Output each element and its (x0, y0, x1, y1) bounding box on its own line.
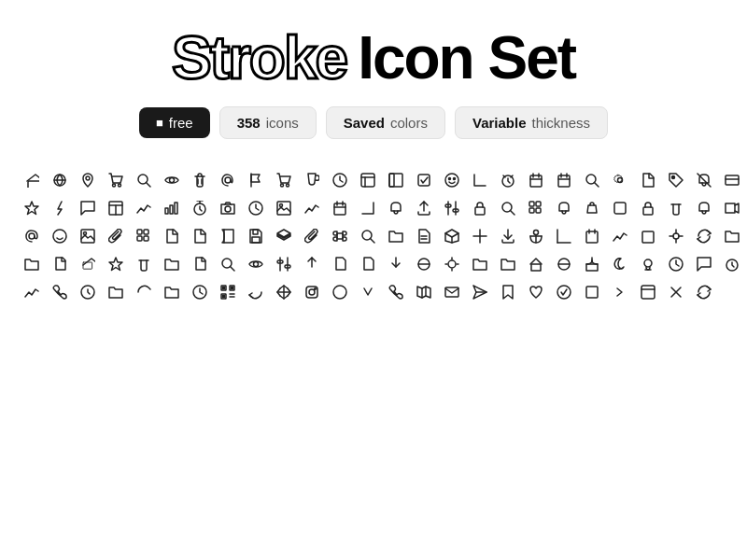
icon-cell-search3[interactable] (495, 195, 521, 221)
icon-cell-calendar[interactable] (551, 167, 577, 193)
icon-cell-star[interactable] (19, 195, 45, 221)
icon-cell-file4[interactable] (355, 251, 381, 277)
icon-cell-folder8[interactable] (159, 279, 185, 305)
icon-cell-star2[interactable] (103, 251, 129, 277)
icon-cell-globe3[interactable] (551, 251, 577, 277)
icon-cell-home[interactable] (19, 167, 45, 193)
icon-cell-sliders2[interactable] (271, 251, 297, 277)
icon-cell-paperclip[interactable] (299, 223, 325, 249)
icon-cell-upload[interactable] (411, 195, 437, 221)
icon-cell-image[interactable] (271, 195, 297, 221)
icon-cell-search4[interactable] (355, 223, 381, 249)
icon-cell-face2[interactable] (47, 223, 73, 249)
icon-cell-loop[interactable] (691, 223, 717, 249)
icon-cell-moon[interactable] (607, 251, 633, 277)
icon-cell-book[interactable] (215, 223, 241, 249)
icon-cell-camera[interactable] (215, 195, 241, 221)
icon-cell-sliders[interactable] (439, 195, 465, 221)
icon-cell-doc3[interactable] (187, 223, 213, 249)
icon-cell-cart[interactable] (103, 167, 129, 193)
icon-cell-instagram[interactable] (299, 279, 325, 305)
icon-cell-calendar4[interactable] (635, 223, 661, 249)
icon-cell-folder3[interactable] (19, 251, 45, 277)
icon-cell-square[interactable] (607, 195, 633, 221)
icon-cell-image2[interactable] (75, 223, 101, 249)
icon-cell-map[interactable] (411, 279, 437, 305)
icon-cell-folder6[interactable] (495, 251, 521, 277)
icon-cell-message[interactable] (75, 195, 101, 221)
icon-cell-folder5[interactable] (467, 251, 493, 277)
icon-cell-check-square[interactable] (411, 167, 437, 193)
icon-cell-square2[interactable] (579, 279, 605, 305)
icon-cell-video[interactable] (719, 195, 745, 221)
icon-cell-at2[interactable] (19, 223, 45, 249)
icon-cell-file2[interactable] (187, 251, 213, 277)
icon-cell-app[interactable] (355, 167, 381, 193)
icon-cell-corner[interactable] (467, 167, 493, 193)
icon-cell-grid[interactable] (523, 195, 549, 221)
icon-cell-phone[interactable] (47, 279, 73, 305)
icon-cell-eye2[interactable] (243, 251, 269, 277)
icon-cell-lock2[interactable] (635, 195, 661, 221)
icon-cell-heart[interactable] (523, 279, 549, 305)
icon-cell-alarm[interactable] (495, 167, 521, 193)
icon-cell-settings[interactable] (607, 167, 633, 193)
icon-cell-bell2[interactable] (551, 195, 577, 221)
icon-cell-settings2[interactable] (663, 223, 689, 249)
icon-cell-lock[interactable] (467, 195, 493, 221)
icon-cell-app2[interactable] (635, 279, 661, 305)
icon-cell-loop2[interactable] (131, 279, 157, 305)
icon-cell-chevron[interactable] (355, 279, 381, 305)
icon-cell-attachment[interactable] (103, 223, 129, 249)
icon-cell-download[interactable] (495, 223, 521, 249)
icon-cell-qr[interactable] (215, 279, 241, 305)
icon-cell-layers[interactable] (271, 223, 297, 249)
icon-cell-lightning[interactable] (47, 195, 73, 221)
icon-cell-save[interactable] (243, 223, 269, 249)
icon-cell-bulb[interactable] (635, 251, 661, 277)
icon-cell-at[interactable] (215, 167, 241, 193)
icon-cell-refresh2[interactable] (691, 279, 717, 305)
icon-cell-calendar3[interactable] (579, 223, 605, 249)
icon-cell-doc[interactable] (635, 167, 661, 193)
icon-cell-file[interactable] (47, 251, 73, 277)
icon-cell-bar-chart[interactable] (159, 195, 185, 221)
icon-cell-calendar-down[interactable] (523, 167, 549, 193)
icon-cell-refresh[interactable] (243, 279, 269, 305)
icon-cell-globe[interactable] (47, 167, 73, 193)
icon-cell-clock3[interactable] (663, 251, 689, 277)
icon-cell-cross[interactable] (467, 223, 493, 249)
icon-cell-bell[interactable] (383, 195, 409, 221)
icon-cell-bag[interactable] (579, 195, 605, 221)
icon-cell-search2[interactable] (579, 167, 605, 193)
icon-cell-mail[interactable] (439, 279, 465, 305)
icon-cell-timer[interactable] (187, 195, 213, 221)
icon-cell-phone2[interactable] (383, 279, 409, 305)
icon-cell-send[interactable] (467, 279, 493, 305)
icon-cell-doc2[interactable] (159, 223, 185, 249)
icon-cell-folder[interactable] (383, 223, 409, 249)
icon-cell-alarm2[interactable] (719, 251, 745, 277)
icon-cell-check-circle[interactable] (551, 279, 577, 305)
icon-cell-bookmark[interactable] (495, 279, 521, 305)
icon-cell-bell3[interactable] (691, 195, 717, 221)
icon-cell-folder4[interactable] (159, 251, 185, 277)
icon-cell-clock[interactable] (327, 167, 353, 193)
icon-cell-bell-off[interactable] (691, 167, 717, 193)
icon-cell-sun[interactable] (439, 251, 465, 277)
icon-cell-trash3[interactable] (131, 251, 157, 277)
icon-cell-cross2[interactable] (663, 279, 689, 305)
icon-cell-flag[interactable] (243, 167, 269, 193)
icon-cell-clock5[interactable] (187, 279, 213, 305)
icon-cell-file3[interactable] (327, 251, 353, 277)
icon-cell-search[interactable] (131, 167, 157, 193)
icon-cell-grid2[interactable] (131, 223, 157, 249)
icon-cell-cake[interactable] (579, 251, 605, 277)
icon-cell-layout[interactable] (383, 167, 409, 193)
icon-cell-chart5[interactable] (19, 279, 45, 305)
icon-cell-home2[interactable] (75, 251, 101, 277)
icon-cell-eye[interactable] (159, 167, 185, 193)
icon-cell-card[interactable] (719, 167, 745, 193)
icon-cell-globe2[interactable] (411, 251, 437, 277)
icon-cell-table[interactable] (103, 195, 129, 221)
